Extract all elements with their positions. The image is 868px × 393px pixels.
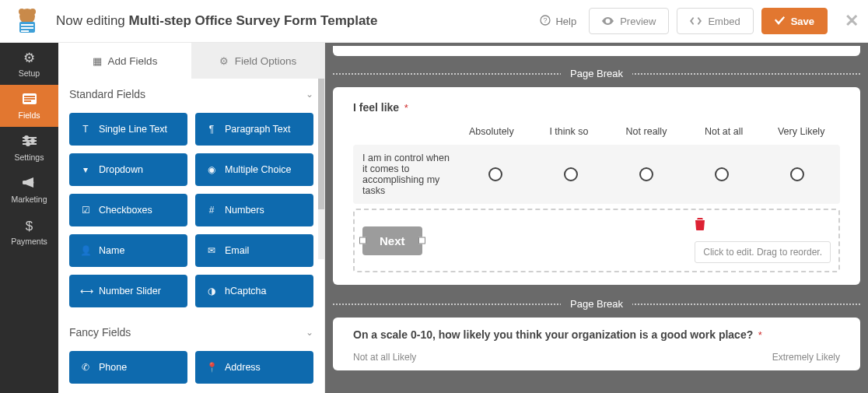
- top-bar: Now editing Multi-step Office Survey For…: [0, 0, 868, 43]
- nav-payments-label: Payments: [11, 237, 47, 246]
- nav-fields[interactable]: Fields: [0, 85, 58, 127]
- title-prefix: Now editing: [56, 13, 125, 28]
- page-break-2[interactable]: Page Break: [333, 289, 860, 318]
- likert-scale: Absolutely I think so Not really Not at …: [353, 126, 840, 204]
- field-number-slider[interactable]: ⟷Number Slider: [69, 275, 187, 307]
- trash-icon[interactable]: [695, 218, 705, 233]
- save-button[interactable]: Save: [761, 8, 828, 34]
- col-i-think-so: I think so: [530, 126, 608, 137]
- field-name[interactable]: 👤Name: [69, 234, 187, 267]
- question-card-feel-like[interactable]: I feel like * Absolutely I think so Not …: [333, 87, 860, 285]
- paragraph-icon: ¶: [206, 124, 217, 135]
- q2-label: On a scale 0-10, how likely you think yo…: [353, 328, 753, 341]
- save-label: Save: [791, 16, 814, 27]
- col-absolutely: Absolutely: [453, 126, 530, 137]
- radio-icon: ◉: [206, 164, 217, 175]
- check-icon: [775, 16, 785, 27]
- radio-option[interactable]: [488, 167, 502, 181]
- form-icon: [23, 93, 37, 108]
- next-button-block[interactable]: Next Click to edit. Drag to reorder.: [353, 209, 840, 272]
- help-label: Help: [555, 16, 576, 27]
- phone-icon: ✆: [80, 362, 91, 373]
- shield-icon: ◑: [206, 286, 217, 297]
- field-address[interactable]: 📍Address: [195, 351, 313, 384]
- likert-row-1: I am in control when it comes to accompl…: [353, 145, 840, 204]
- field-phone[interactable]: ✆Phone: [69, 351, 187, 384]
- panel-scroll[interactable]: Standard Fields ⌄ TSingle Line Text ¶Par…: [58, 79, 324, 393]
- tab-add-fields-label: Add Fields: [108, 55, 158, 67]
- plus-grid-icon: ▦: [93, 55, 102, 67]
- panel-scrollbar-thumb[interactable]: [318, 79, 324, 209]
- eye-icon: [602, 16, 614, 27]
- field-dropdown[interactable]: ▾Dropdown: [69, 153, 187, 186]
- checkbox-icon: ☑: [80, 205, 91, 216]
- radio-option[interactable]: [639, 167, 653, 181]
- vertical-nav: ⚙ Setup Fields Settings Marketing $ Paym…: [0, 43, 58, 393]
- svg-text:?: ?: [544, 16, 548, 24]
- question-card-scale[interactable]: On a scale 0-10, how likely you think yo…: [333, 318, 860, 370]
- page-title: Now editing Multi-step Office Survey For…: [56, 13, 377, 29]
- nav-setup-label: Setup: [19, 68, 40, 78]
- chevron-down-icon: ⌄: [306, 327, 313, 338]
- preview-label: Preview: [620, 16, 656, 27]
- prev-card-edge: [333, 46, 860, 56]
- code-icon: [690, 16, 702, 27]
- likert-statement-1: I am in control when it comes to accompl…: [358, 153, 457, 196]
- field-checkboxes[interactable]: ☑Checkboxes: [69, 194, 187, 226]
- help-icon: ?: [540, 15, 551, 28]
- field-hcaptcha[interactable]: ◑hCaptcha: [195, 275, 313, 307]
- page-break-label: Page Break: [561, 68, 632, 79]
- sliders-icon: ⚙: [219, 55, 229, 67]
- tab-field-options-label: Field Options: [235, 55, 297, 67]
- standard-fields-grid: TSingle Line Text ¶Paragraph Text ▾Dropd…: [58, 108, 324, 317]
- embed-button[interactable]: Embed: [677, 8, 753, 34]
- pin-icon: 📍: [206, 362, 217, 373]
- form-canvas[interactable]: Page Break I feel like * Absolutely I th…: [325, 43, 868, 393]
- radio-option[interactable]: [715, 167, 729, 181]
- nav-settings[interactable]: Settings: [0, 127, 58, 169]
- slider-icon: ⟷: [80, 286, 91, 297]
- col-very-likely: Very Likely: [762, 126, 840, 137]
- panel-tabs: ▦ Add Fields ⚙ Field Options: [58, 43, 324, 79]
- svg-rect-6: [21, 30, 29, 32]
- page-break-1[interactable]: Page Break: [333, 59, 860, 87]
- dollar-icon: $: [26, 219, 33, 234]
- group-standard-label: Standard Fields: [69, 88, 145, 100]
- app-logo: [12, 6, 42, 36]
- nav-payments[interactable]: $ Payments: [0, 211, 58, 253]
- nav-setup[interactable]: ⚙ Setup: [0, 43, 58, 85]
- close-icon[interactable]: ✕: [845, 11, 859, 31]
- tab-add-fields[interactable]: ▦ Add Fields: [58, 43, 191, 79]
- scale-high-label: Extremely Likely: [772, 352, 840, 363]
- help-link[interactable]: ? Help: [540, 15, 576, 28]
- scale-low-label: Not at all Likely: [353, 352, 416, 363]
- svg-point-2: [30, 9, 36, 15]
- text-icon: T: [80, 124, 91, 135]
- group-fancy-label: Fancy Fields: [69, 326, 131, 339]
- radio-option[interactable]: [564, 167, 578, 181]
- left-panel: ▦ Add Fields ⚙ Field Options Standard Fi…: [58, 43, 325, 393]
- radio-option[interactable]: [790, 167, 804, 181]
- svg-rect-12: [24, 100, 31, 102]
- tab-field-options[interactable]: ⚙ Field Options: [191, 43, 324, 79]
- group-standard-fields[interactable]: Standard Fields ⌄: [58, 79, 324, 108]
- field-paragraph-text[interactable]: ¶Paragraph Text: [195, 113, 313, 146]
- field-single-line-text[interactable]: TSingle Line Text: [69, 113, 187, 146]
- group-fancy-fields[interactable]: Fancy Fields ⌄: [58, 317, 324, 346]
- page-break-label: Page Break: [561, 298, 632, 310]
- nav-marketing[interactable]: Marketing: [0, 169, 58, 211]
- likert-header: Absolutely I think so Not really Not at …: [353, 126, 840, 145]
- required-indicator: *: [758, 329, 762, 341]
- next-button[interactable]: Next: [362, 226, 422, 255]
- field-numbers[interactable]: #Numbers: [195, 194, 313, 226]
- svg-point-17: [31, 139, 34, 142]
- nav-marketing-label: Marketing: [11, 195, 47, 204]
- hash-icon: #: [206, 205, 217, 216]
- svg-rect-11: [24, 98, 35, 100]
- field-email[interactable]: ✉Email: [195, 234, 313, 267]
- preview-button[interactable]: Preview: [589, 8, 669, 34]
- field-multiple-choice[interactable]: ◉Multiple Choice: [195, 153, 313, 186]
- panel-scrollbar[interactable]: [318, 79, 324, 259]
- top-actions: ? Help Preview Embed Save ✕: [540, 8, 859, 34]
- dropdown-icon: ▾: [80, 164, 91, 175]
